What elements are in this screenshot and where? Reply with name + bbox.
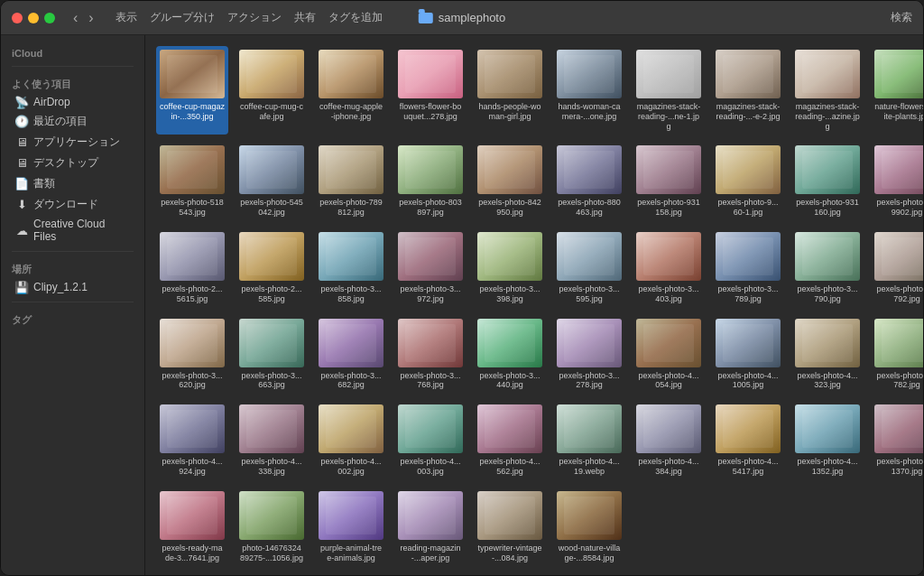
file-thumbnail-f43 [874, 319, 923, 367]
file-item-f28[interactable]: pexels-photo-3...595.jpg [553, 228, 625, 308]
file-item-f21[interactable]: pexels-photo-1...9902.jpg [871, 142, 923, 221]
sidebar-item-clipy[interactable]: 💾 Clipy_1.2.1 [5, 278, 141, 296]
file-label-f43: pexels-photo-4...782.jpg [874, 371, 923, 391]
file-item-f07[interactable]: magazines-stack-reading-...ne-1.jpg [633, 46, 705, 135]
file-item-f26[interactable]: pexels-photo-3...972.jpg [394, 228, 467, 308]
group-button[interactable]: グループ分け [150, 10, 215, 25]
file-item-f31[interactable]: pexels-photo-3...790.jpg [791, 228, 864, 308]
file-item-f36[interactable]: pexels-photo-3...682.jpg [315, 315, 387, 395]
tag-button[interactable]: タグを追加 [328, 10, 383, 25]
maximize-button[interactable] [44, 13, 55, 23]
svg-rect-1 [167, 55, 217, 93]
file-item-f04[interactable]: flowers-flower-bouquet...278.jpg [394, 46, 467, 135]
back-button[interactable]: ‹ [69, 10, 81, 26]
file-item-f58[interactable]: purple-animal-tree-animals.jpg [315, 488, 387, 567]
svg-rect-91 [246, 410, 297, 448]
file-item-f56[interactable]: pexels-ready-made-3...7641.jpg [156, 488, 228, 567]
file-label-f54: pexels-photo-4...1370.jpg [874, 457, 923, 477]
file-item-f51[interactable]: pexels-photo-4...384.jpg [633, 401, 705, 480]
file-item-f02[interactable]: coffee-cup-mug-cafe.jpg [236, 46, 308, 135]
file-item-f61[interactable]: wood-nature-village-...8584.jpg [553, 488, 625, 567]
svg-rect-71 [326, 324, 376, 362]
file-item-f12[interactable]: pexels-photo-518543.jpg [156, 142, 228, 221]
file-item-f49[interactable]: pexels-photo-4...562.jpg [474, 401, 546, 480]
svg-rect-55 [564, 237, 614, 275]
file-item-f06[interactable]: hands-woman-camera-...one.jpg [553, 46, 625, 135]
file-item-f37[interactable]: pexels-photo-3...768.jpg [394, 315, 467, 395]
file-thumbnail-f07 [636, 50, 701, 98]
view-button[interactable]: 表示 [116, 10, 137, 25]
file-item-f03[interactable]: coffee-mug-apple-iphone.jpg [315, 46, 387, 135]
file-item-f54[interactable]: pexels-photo-4...1370.jpg [871, 401, 923, 480]
file-thumbnail-f29 [636, 232, 701, 281]
sidebar-item-documents[interactable]: 📄 書類 [5, 173, 141, 194]
file-label-f60: typewriter-vintage-...084.jpg [477, 543, 542, 563]
creative-cloud-icon: ☁ [15, 224, 28, 237]
file-item-f14[interactable]: pexels-photo-789812.jpg [315, 142, 387, 221]
svg-rect-85 [882, 324, 923, 362]
minimize-button[interactable] [28, 13, 39, 23]
file-grid: coffee-cup-magazin-...350.jpgcoffee-cup-… [156, 46, 912, 566]
file-item-f39[interactable]: pexels-photo-3...278.jpg [553, 315, 625, 395]
sidebar-item-applications[interactable]: 🖥 アプリケーション [5, 132, 141, 153]
file-item-f20[interactable]: pexels-photo-931160.jpg [791, 142, 864, 221]
file-item-f38[interactable]: pexels-photo-3...440.jpg [474, 315, 546, 395]
file-item-f24[interactable]: pexels-photo-2...585.jpg [236, 228, 308, 308]
file-item-f52[interactable]: pexels-photo-4...5417.jpg [712, 401, 784, 480]
file-item-f16[interactable]: pexels-photo-842950.jpg [474, 142, 546, 221]
file-area[interactable]: coffee-cup-magazin-...350.jpgcoffee-cup-… [145, 35, 923, 575]
svg-rect-121 [564, 497, 614, 534]
file-item-f35[interactable]: pexels-photo-3...663.jpg [236, 315, 308, 395]
file-item-f48[interactable]: pexels-photo-4...003.jpg [394, 401, 467, 480]
share-button[interactable]: 共有 [294, 10, 316, 25]
file-item-f08[interactable]: magazines-stack-reading-...-e-2.jpg [712, 46, 784, 135]
file-label-f42: pexels-photo-4...323.jpg [795, 371, 860, 391]
file-item-f30[interactable]: pexels-photo-3...789.jpg [712, 228, 784, 308]
sidebar-item-recent[interactable]: 🕐 最近の項目 [5, 111, 141, 132]
file-item-f19[interactable]: pexels-photo-9...60-1.jpg [712, 142, 784, 221]
file-item-f50[interactable]: pexels-photo-4...19.webp [553, 401, 625, 480]
file-item-f59[interactable]: reading-magazin-...aper.jpg [394, 488, 467, 567]
file-label-f16: pexels-photo-842950.jpg [477, 198, 542, 218]
file-item-f53[interactable]: pexels-photo-4...1352.jpg [791, 401, 864, 480]
file-item-f43[interactable]: pexels-photo-4...782.jpg [871, 315, 923, 395]
file-item-f32[interactable]: pexels-photo-3...792.jpg [871, 228, 923, 308]
file-item-f29[interactable]: pexels-photo-3...403.jpg [633, 228, 705, 308]
file-thumbnail-f17 [557, 145, 622, 194]
close-button[interactable] [12, 13, 23, 23]
file-item-f15[interactable]: pexels-photo-803897.jpg [394, 142, 467, 221]
file-label-f08: magazines-stack-reading-...-e-2.jpg [716, 102, 781, 122]
file-item-f57[interactable]: photo-14676324 89275-...1056.jpg [236, 488, 308, 567]
file-item-f41[interactable]: pexels-photo-4...1005.jpg [712, 315, 784, 395]
file-item-f46[interactable]: pexels-photo-4...338.jpg [236, 401, 308, 480]
file-item-f42[interactable]: pexels-photo-4...323.jpg [791, 315, 864, 395]
sidebar-item-downloads[interactable]: ⬇ ダウンロード [5, 194, 141, 215]
file-thumbnail-f30 [716, 232, 781, 281]
file-item-f47[interactable]: pexels-photo-4...002.jpg [315, 401, 387, 480]
svg-rect-59 [723, 237, 773, 275]
file-label-f29: pexels-photo-3...403.jpg [636, 284, 701, 304]
file-item-f05[interactable]: hands-people-woman-girl.jpg [474, 46, 546, 135]
file-item-f45[interactable]: pexels-photo-4...924.jpg [156, 401, 228, 480]
file-item-f13[interactable]: pexels-photo-545042.jpg [236, 142, 308, 221]
file-item-f25[interactable]: pexels-photo-3...858.jpg [315, 228, 387, 308]
forward-button[interactable]: › [85, 10, 97, 26]
file-item-f40[interactable]: pexels-photo-4...054.jpg [633, 315, 705, 395]
file-item-f27[interactable]: pexels-photo-3...398.jpg [474, 228, 546, 308]
sidebar: iCloud よく使う項目 📡 AirDrop 🕐 最近の項目 🖥 アプリケーシ… [1, 35, 145, 575]
file-item-f10[interactable]: nature-flowers-white-plants.jpg [871, 46, 923, 135]
file-item-f09[interactable]: magazines-stack-reading-...azine.jpg [791, 46, 864, 135]
action-button[interactable]: アクション [227, 10, 282, 25]
file-label-f12: pexels-photo-518543.jpg [160, 198, 225, 218]
sidebar-item-desktop[interactable]: 🖥 デスクトップ [5, 153, 141, 173]
file-item-f01[interactable]: coffee-cup-magazin-...350.jpg [156, 46, 228, 135]
sidebar-item-airdrop[interactable]: 📡 AirDrop [5, 93, 141, 111]
search-button[interactable]: 検索 [891, 10, 912, 25]
file-item-f60[interactable]: typewriter-vintage-...084.jpg [474, 488, 546, 567]
svg-rect-39 [802, 151, 853, 189]
file-item-f34[interactable]: pexels-photo-3...620.jpg [156, 315, 228, 395]
sidebar-item-creative-cloud[interactable]: ☁ Creative Cloud Files [5, 215, 141, 246]
file-item-f23[interactable]: pexels-photo-2...5615.jpg [156, 228, 228, 308]
file-item-f18[interactable]: pexels-photo-931158.jpg [633, 142, 705, 221]
file-item-f17[interactable]: pexels-photo-880463.jpg [553, 142, 625, 221]
